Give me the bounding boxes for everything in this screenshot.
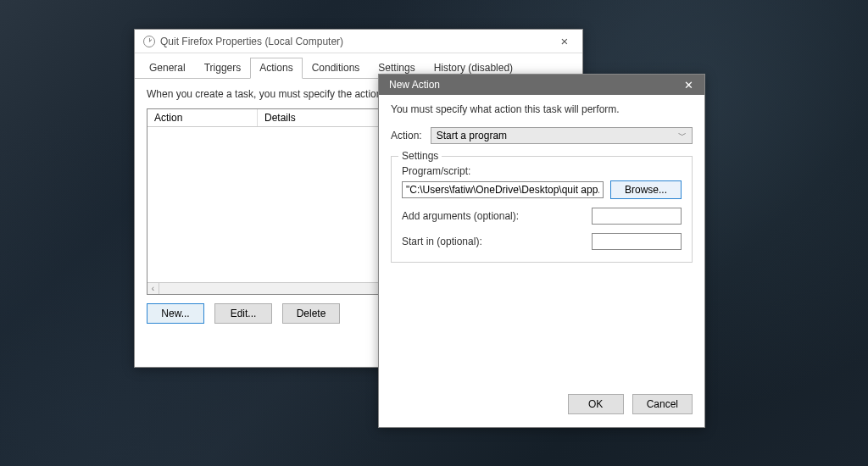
program-script-input[interactable] bbox=[402, 181, 604, 198]
action-select[interactable]: Start a program ﹀ bbox=[431, 127, 693, 144]
new-action-dialog: New Action ✕ You must specify what actio… bbox=[378, 74, 705, 428]
browse-button[interactable]: Browse... bbox=[610, 180, 682, 199]
chevron-down-icon: ﹀ bbox=[678, 130, 687, 141]
action-label: Action: bbox=[391, 130, 422, 141]
cancel-button[interactable]: Cancel bbox=[632, 394, 693, 414]
new-action-titlebar: New Action ✕ bbox=[379, 75, 704, 95]
add-arguments-input[interactable] bbox=[592, 208, 682, 225]
start-in-label: Start in (optional): bbox=[402, 236, 482, 247]
tab-triggers[interactable]: Triggers bbox=[195, 58, 251, 79]
properties-title: Quit Firefox Properties (Local Computer) bbox=[160, 36, 343, 47]
new-button[interactable]: New... bbox=[147, 303, 204, 324]
close-icon[interactable]: ✕ bbox=[679, 80, 698, 91]
delete-button[interactable]: Delete bbox=[282, 303, 340, 324]
new-action-title: New Action bbox=[389, 79, 440, 91]
tab-conditions[interactable]: Conditions bbox=[303, 58, 370, 79]
action-select-value: Start a program bbox=[437, 130, 507, 141]
tab-general[interactable]: General bbox=[140, 58, 195, 79]
settings-legend: Settings bbox=[398, 150, 442, 162]
program-script-label: Program/script: bbox=[402, 165, 682, 177]
close-icon[interactable]: × bbox=[554, 35, 576, 47]
add-arguments-label: Add arguments (optional): bbox=[402, 210, 519, 222]
new-action-description: You must specify what action this task w… bbox=[391, 103, 693, 124]
tab-actions[interactable]: Actions bbox=[250, 58, 302, 79]
column-action[interactable]: Action bbox=[147, 109, 258, 126]
ok-button[interactable]: OK bbox=[568, 394, 624, 414]
task-scheduler-icon bbox=[143, 36, 155, 47]
scroll-left-icon[interactable]: ‹ bbox=[147, 283, 159, 294]
edit-button[interactable]: Edit... bbox=[214, 303, 272, 324]
settings-group: Settings Program/script: Browse... Add a… bbox=[391, 156, 693, 263]
start-in-input[interactable] bbox=[592, 233, 682, 250]
properties-titlebar: Quit Firefox Properties (Local Computer)… bbox=[135, 30, 582, 53]
